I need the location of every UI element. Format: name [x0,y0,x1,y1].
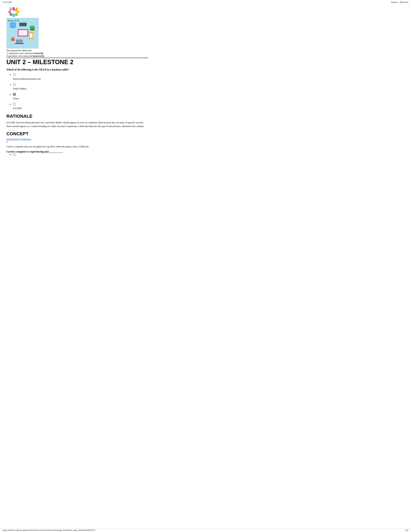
rationale-heading: RATIONALE [6,114,148,119]
browser-date: 11/7/2020 [3,1,12,3]
checkbox-3[interactable] [13,93,16,95]
question-2-options: • [6,153,148,156]
bullet-4: • [10,103,11,106]
checkbox-2[interactable] [13,83,16,86]
svg-point-23 [30,29,35,31]
svg-rect-19 [29,33,33,38]
option-label-2: Emily Walker [13,87,27,90]
option-label-1: beextraordinary@email.com [13,77,41,80]
svg-point-20 [30,38,31,39]
svg-rect-26 [17,40,22,43]
concept-heading: CONCEPT [6,131,148,136]
bullet-3: • [10,93,11,96]
q2-checkbox-1[interactable] [13,153,16,156]
option-item-4: • 6/5/1985 [10,103,148,110]
passed-section: You passed this Milestone 11 questions w… [6,49,148,57]
option-label-4: 6/5/1985 [13,107,22,110]
q2-option-item-1: • [10,153,148,156]
checkbox-1[interactable] [13,73,16,76]
browser-title: Sophia :: Welcome [391,1,408,3]
score-text: Score 11/15 [8,19,19,22]
svg-rect-27 [15,43,24,44]
bullet-2: • [10,83,11,86]
blank-underline: __________ [49,150,62,153]
svg-rect-17 [19,30,28,36]
rationale-italic-2: beextraordinary@email.com [16,121,44,124]
passed-line3: 4 questions were answered incorrectly. [6,55,148,57]
svg-rect-24 [11,38,15,41]
question-1-options: • beextraordinary@email.com • Emily Walk… [6,73,148,110]
sophia-logo [6,6,148,18]
svg-rect-12 [19,23,27,26]
hero-image: Score 11/15 [6,18,39,48]
question-2-text: Carrie's computer is experiencing a(n) _… [6,150,148,153]
rationale-italic-3: Emily Walker [49,121,63,124]
browser-bar: 11/7/2020 Sophia :: Welcome [0,0,411,4]
svg-point-15 [24,22,25,23]
rationale-text: 6/5/1985, beextraordinary@email.com, and… [6,121,148,128]
option-item-3: • Name [10,93,148,100]
rationale-italic-1: 6/5/1985 [6,121,15,124]
svg-point-13 [20,22,21,23]
passed-line1: You passed this Milestone [6,49,148,52]
option-item-1: • beextraordinary@email.com [10,73,148,80]
concept-number: 2 [6,141,148,143]
svg-point-14 [22,21,23,22]
option-item-2: • Emily Walker [10,83,148,90]
q2-bullet-1: • [10,153,11,156]
milestone-heading: UNIT 2 – MILESTONE 2 [6,58,148,66]
checkbox-4[interactable] [13,103,16,105]
concept-link[interactable]: Introduction to Databases [6,138,31,140]
question-2-intro: Carrie's computer does not recognize her… [6,145,148,148]
svg-point-8 [12,10,15,14]
passed-line2: 11 questions were answered correctly. [6,52,148,55]
question-1-text: Which of the following is the FIELD in a… [6,68,148,71]
rationale-italic-4: Name [6,125,12,127]
option-label-3: Name [13,97,19,100]
bullet-1: • [10,73,11,76]
